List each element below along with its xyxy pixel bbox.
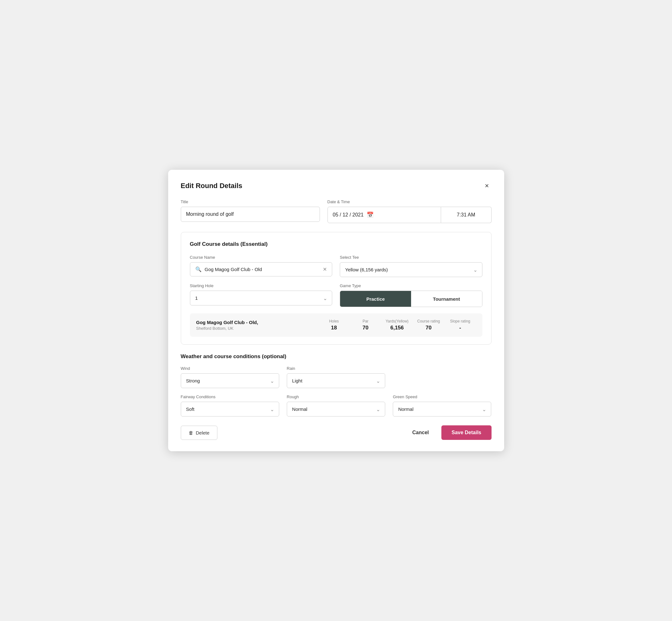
time-input-wrapper[interactable]: 7:31 AM (441, 207, 492, 223)
edit-round-modal: Edit Round Details × Title Date & Time 0… (168, 170, 504, 451)
starting-hole-dropdown[interactable]: 1 (190, 291, 333, 305)
golf-course-section: Golf Course details (Essential) Course N… (181, 232, 492, 344)
datetime-field-group: Date & Time 05 / 12 / 2021 📅 7:31 AM (328, 199, 492, 223)
date-value: 05 / 12 / 2021 (333, 212, 364, 218)
course-name-label: Course Name (190, 255, 333, 260)
holes-stat: Holes 18 (318, 319, 350, 331)
course-name-search-wrapper: 🔍 ✕ (190, 262, 333, 277)
cancel-button[interactable]: Cancel (407, 426, 434, 440)
course-name-field: Course Name 🔍 ✕ (190, 255, 333, 277)
title-field-group: Title (181, 199, 320, 222)
rain-wrapper: Light ⌄ (287, 373, 385, 388)
fairway-rough-green-row: Fairway Conditions Soft ⌄ Rough Normal ⌄ (181, 395, 492, 417)
save-button[interactable]: Save Details (442, 425, 491, 440)
rain-label: Rain (287, 366, 385, 371)
search-icon: 🔍 (195, 266, 202, 272)
select-tee-wrapper: Yellow (6,156 yards) ⌄ (340, 262, 482, 277)
close-button[interactable]: × (482, 181, 492, 191)
game-type-label: Game Type (340, 283, 482, 288)
weather-section-title: Weather and course conditions (optional) (181, 354, 492, 360)
fairway-dropdown[interactable]: Soft (181, 402, 279, 417)
yards-stat: Yards(Yellow) 6,156 (381, 319, 413, 331)
fairway-field: Fairway Conditions Soft ⌄ (181, 395, 279, 417)
starting-hole-wrapper: 1 ⌄ (190, 291, 333, 305)
practice-toggle-button[interactable]: Practice (340, 291, 411, 307)
hole-gametype-row: Starting Hole 1 ⌄ Game Type Practice Tou… (190, 283, 482, 307)
golf-section-title: Golf Course details (Essential) (190, 241, 482, 247)
delete-label: Delete (196, 430, 209, 436)
course-info-name: Gog Magog Golf Club - Old, Shelford Bott… (196, 320, 318, 331)
par-label: Par (363, 319, 369, 323)
holes-label: Holes (329, 319, 339, 323)
course-rating-value: 70 (426, 325, 432, 331)
delete-button[interactable]: 🗑 Delete (181, 426, 217, 440)
green-speed-wrapper: Normal ⌄ (393, 402, 491, 417)
wind-rain-row: Wind Strong ⌄ Rain Light ⌄ (181, 366, 492, 388)
select-tee-field: Select Tee Yellow (6,156 yards) ⌄ (340, 255, 482, 277)
par-value: 70 (363, 325, 369, 331)
calendar-icon: 📅 (367, 211, 374, 218)
course-tee-row: Course Name 🔍 ✕ Select Tee Yellow (6,156… (190, 255, 482, 277)
course-info-row: Gog Magog Golf Club - Old, Shelford Bott… (190, 313, 482, 337)
rough-label: Rough (287, 395, 385, 399)
title-input[interactable] (181, 207, 320, 222)
course-name-input[interactable] (205, 266, 320, 272)
title-label: Title (181, 199, 320, 204)
holes-value: 18 (331, 325, 337, 331)
course-rating-stat: Course rating 70 (413, 319, 445, 331)
footer-right: Cancel Save Details (407, 425, 492, 440)
green-speed-dropdown[interactable]: Normal (393, 402, 491, 417)
fairway-label: Fairway Conditions (181, 395, 279, 399)
modal-title: Edit Round Details (181, 182, 243, 190)
clear-icon[interactable]: ✕ (323, 266, 327, 272)
yards-value: 6,156 (390, 325, 404, 331)
wind-field: Wind Strong ⌄ (181, 366, 279, 388)
date-input-wrapper[interactable]: 05 / 12 / 2021 📅 (328, 207, 441, 223)
wind-label: Wind (181, 366, 279, 371)
datetime-label: Date & Time (328, 199, 492, 204)
rough-wrapper: Normal ⌄ (287, 402, 385, 417)
rain-field: Rain Light ⌄ (287, 366, 385, 388)
wind-dropdown[interactable]: Strong (181, 373, 279, 388)
modal-footer: 🗑 Delete Cancel Save Details (181, 425, 492, 440)
tournament-toggle-button[interactable]: Tournament (411, 291, 482, 307)
rain-dropdown[interactable]: Light (287, 373, 385, 388)
game-type-field: Game Type Practice Tournament (340, 283, 482, 307)
green-speed-label: Green Speed (393, 395, 491, 399)
game-type-toggle: Practice Tournament (340, 291, 482, 307)
select-tee-dropdown[interactable]: Yellow (6,156 yards) (340, 262, 482, 277)
course-rating-label: Course rating (417, 319, 440, 323)
rough-field: Rough Normal ⌄ (287, 395, 385, 417)
wind-wrapper: Strong ⌄ (181, 373, 279, 388)
trash-icon: 🗑 (189, 430, 194, 436)
green-speed-field: Green Speed Normal ⌄ (393, 395, 491, 417)
starting-hole-label: Starting Hole (190, 283, 333, 288)
weather-section: Weather and course conditions (optional)… (181, 354, 492, 417)
fairway-wrapper: Soft ⌄ (181, 402, 279, 417)
slope-rating-stat: Slope rating - (445, 319, 476, 331)
yards-label: Yards(Yellow) (385, 319, 409, 323)
datetime-inputs: 05 / 12 / 2021 📅 7:31 AM (328, 207, 492, 223)
rough-dropdown[interactable]: Normal (287, 402, 385, 417)
slope-rating-value: - (459, 325, 461, 331)
slope-rating-label: Slope rating (450, 319, 470, 323)
starting-hole-field: Starting Hole 1 ⌄ (190, 283, 333, 307)
par-stat: Par 70 (350, 319, 381, 331)
course-info-location: Shelford Bottom, UK (196, 326, 318, 331)
select-tee-label: Select Tee (340, 255, 482, 260)
time-value: 7:31 AM (457, 212, 475, 218)
course-info-name-text: Gog Magog Golf Club - Old, (196, 320, 318, 325)
top-row: Title Date & Time 05 / 12 / 2021 📅 7:31 … (181, 199, 492, 223)
modal-header: Edit Round Details × (181, 181, 492, 191)
